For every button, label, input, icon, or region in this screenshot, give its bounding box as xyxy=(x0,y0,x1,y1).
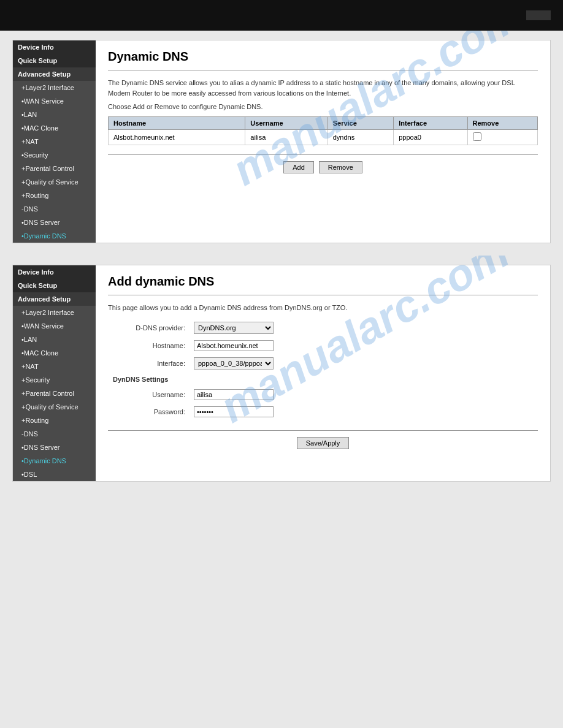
cell-interface: pppoa0 xyxy=(394,130,467,145)
sidebar-item-dns-server-2[interactable]: •DNS Server xyxy=(13,441,96,454)
sidebar-item-security-1[interactable]: •Security xyxy=(13,148,96,162)
interface-label: Interface: xyxy=(109,355,189,372)
sidebar-item-wan-1[interactable]: •WAN Service xyxy=(13,94,96,108)
sidebar-item-dns-2[interactable]: -DNS xyxy=(13,427,96,441)
username-input[interactable] xyxy=(194,389,274,400)
description-1: The Dynamic DNS service allows you to al… xyxy=(108,78,538,98)
page-title-2: Add dynamic DNS xyxy=(108,275,538,289)
sidebar-item-wan-2[interactable]: •WAN Service xyxy=(13,319,96,333)
hostname-input-cell[interactable] xyxy=(190,338,537,354)
top-bar-title xyxy=(526,10,551,20)
form-row-dyndns-settings: DynDNS Settings xyxy=(109,373,537,385)
sidebar-item-advanced-setup-1[interactable]: Advanced Setup xyxy=(13,67,96,81)
form-row-username: Username: xyxy=(109,387,537,403)
form-row-ddns-provider: D-DNS provider: DynDNS.org TZO xyxy=(109,319,537,336)
button-row-1: Add Remove xyxy=(108,161,538,173)
ddns-provider-input[interactable]: DynDNS.org TZO xyxy=(190,319,537,336)
col-service: Service xyxy=(327,117,393,130)
sidebar-item-lan-2[interactable]: •LAN xyxy=(13,333,96,346)
form-row-interface: Interface: pppoa_0_0_38/pppoa0 xyxy=(109,355,537,372)
page-title-1: Dynamic DNS xyxy=(108,50,538,64)
sidebar-item-routing-1[interactable]: +Routing xyxy=(13,189,96,202)
form-row-hostname: Hostname: xyxy=(109,338,537,354)
sidebar-item-dns-1[interactable]: -DNS xyxy=(13,202,96,216)
add-dns-form: D-DNS provider: DynDNS.org TZO Hostname: xyxy=(108,318,538,421)
add-button[interactable]: Add xyxy=(283,161,314,173)
save-apply-button[interactable]: Save/Apply xyxy=(297,437,350,449)
form-row-password: Password: xyxy=(109,404,537,420)
sidebar-item-device-info-1[interactable]: Device Info xyxy=(13,40,96,54)
sidebar-2: Device Info Quick Setup Advanced Setup +… xyxy=(13,265,96,481)
password-input-cell[interactable] xyxy=(190,404,537,420)
col-remove: Remove xyxy=(467,117,538,130)
sidebar-item-mac-1[interactable]: •MAC Clone xyxy=(13,121,96,135)
main-content-2: Add dynamic DNS This page allows you to … xyxy=(96,265,550,481)
table-row: Alsbot.homeunix.net ailisa dyndns pppoa0 xyxy=(109,130,538,145)
ddns-provider-select[interactable]: DynDNS.org TZO xyxy=(194,322,274,334)
sidebar-item-lan-1[interactable]: •LAN xyxy=(13,108,96,121)
top-bar xyxy=(0,0,563,31)
col-username: Username xyxy=(245,117,327,130)
hostname-input[interactable] xyxy=(194,340,274,351)
interface-input[interactable]: pppoa_0_0_38/pppoa0 xyxy=(190,355,537,372)
sidebar-item-security-2[interactable]: +Security xyxy=(13,373,96,387)
sidebar-item-layer2-1[interactable]: +Layer2 Interface xyxy=(13,81,96,94)
cell-hostname: Alsbot.homeunix.net xyxy=(109,130,245,145)
username-input-cell[interactable] xyxy=(190,387,537,403)
sidebar-item-advanced-setup-2[interactable]: Advanced Setup xyxy=(13,292,96,306)
hostname-label: Hostname: xyxy=(109,338,189,354)
dns-table: Hostname Username Service Interface Remo… xyxy=(108,116,538,145)
sidebar-item-parental-1[interactable]: +Parental Control xyxy=(13,162,96,175)
choose-text-1: Choose Add or Remove to configure Dynami… xyxy=(108,103,538,110)
col-hostname: Hostname xyxy=(109,117,245,130)
ddns-provider-label: D-DNS provider: xyxy=(109,319,189,336)
cell-service: dyndns xyxy=(327,130,393,145)
sidebar-item-nat-2[interactable]: +NAT xyxy=(13,360,96,373)
sidebar-item-mac-2[interactable]: •MAC Clone xyxy=(13,346,96,360)
remove-button[interactable]: Remove xyxy=(319,161,362,173)
sidebar-item-device-info-2[interactable]: Device Info xyxy=(13,265,96,279)
password-input[interactable] xyxy=(194,406,274,417)
sidebar-item-quick-setup-1[interactable]: Quick Setup xyxy=(13,54,96,67)
sidebar-item-qos-1[interactable]: +Quality of Service xyxy=(13,175,96,189)
cell-username: ailisa xyxy=(245,130,327,145)
sidebar-item-dynamic-dns-1[interactable]: •Dynamic DNS xyxy=(13,229,96,243)
sidebar-item-dynamic-dns-2[interactable]: •Dynamic DNS xyxy=(13,454,96,468)
sidebar-item-quick-setup-2[interactable]: Quick Setup xyxy=(13,279,96,292)
sidebar-item-parental-2[interactable]: +Parental Control xyxy=(13,387,96,400)
remove-checkbox[interactable] xyxy=(473,132,481,141)
sidebar-item-nat-1[interactable]: +NAT xyxy=(13,135,96,148)
col-interface: Interface xyxy=(394,117,467,130)
sidebar-1: Device Info Quick Setup Advanced Setup +… xyxy=(13,40,96,243)
sidebar-item-qos-2[interactable]: +Quality of Service xyxy=(13,400,96,414)
description-2: This page allows you to add a Dynamic DN… xyxy=(108,303,538,313)
sidebar-item-dsl-2[interactable]: •DSL xyxy=(13,468,96,481)
sidebar-item-dns-server-1[interactable]: •DNS Server xyxy=(13,216,96,229)
sidebar-item-layer2-2[interactable]: +Layer2 Interface xyxy=(13,306,96,319)
username-label: Username: xyxy=(109,387,189,403)
main-content-1: Dynamic DNS The Dynamic DNS service allo… xyxy=(96,40,550,243)
sidebar-item-routing-2[interactable]: +Routing xyxy=(13,414,96,427)
button-row-2: Save/Apply xyxy=(108,437,538,449)
password-label: Password: xyxy=(109,404,189,420)
cell-remove-checkbox[interactable] xyxy=(467,130,538,145)
interface-select[interactable]: pppoa_0_0_38/pppoa0 xyxy=(194,357,274,370)
dyndns-settings-label: DynDNS Settings xyxy=(109,373,537,385)
